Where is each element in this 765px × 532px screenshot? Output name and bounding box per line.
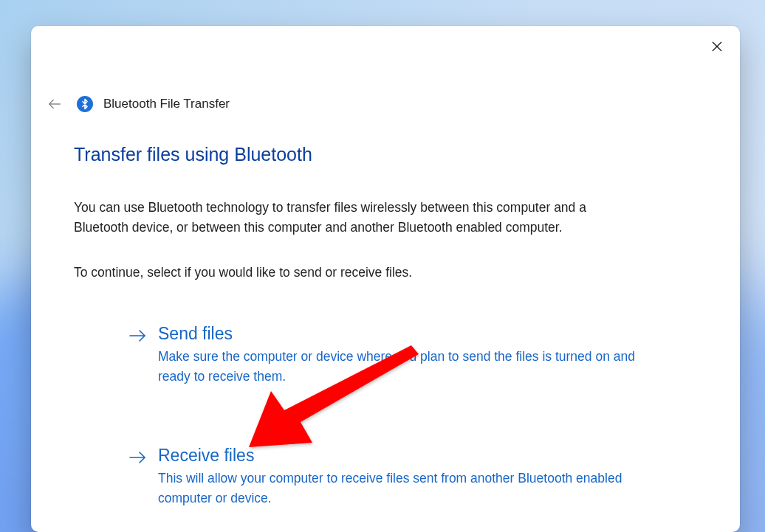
receive-files-title: Receive files	[158, 446, 660, 465]
send-files-option[interactable]: Send files Make sure the computer or dev…	[128, 324, 660, 387]
send-files-title: Send files	[158, 324, 660, 343]
arrow-right-icon	[128, 449, 148, 469]
receive-files-desc: This will allow your computer to receive…	[158, 469, 660, 508]
intro-text: You can use Bluetooth technology to tran…	[74, 198, 635, 238]
bluetooth-icon	[77, 96, 93, 112]
bluetooth-transfer-dialog: Bluetooth File Transfer Transfer files u…	[31, 26, 740, 532]
option-text: Send files Make sure the computer or dev…	[158, 324, 660, 387]
back-arrow-icon	[47, 96, 63, 112]
dialog-title: Bluetooth File Transfer	[103, 97, 230, 111]
close-icon	[712, 41, 722, 52]
send-files-desc: Make sure the computer or device where y…	[158, 347, 660, 387]
receive-files-option[interactable]: Receive files This will allow your compu…	[128, 446, 660, 508]
dialog-header: Bluetooth File Transfer	[43, 92, 230, 116]
dialog-content: Transfer files using Bluetooth You can u…	[74, 144, 701, 532]
instruction-text: To continue, select if you would like to…	[74, 263, 635, 283]
options-list: Send files Make sure the computer or dev…	[128, 324, 701, 508]
back-button[interactable]	[43, 92, 66, 116]
arrow-right-icon	[128, 327, 148, 348]
close-button[interactable]	[700, 32, 734, 61]
option-text: Receive files This will allow your compu…	[158, 446, 660, 508]
page-heading: Transfer files using Bluetooth	[74, 144, 701, 165]
